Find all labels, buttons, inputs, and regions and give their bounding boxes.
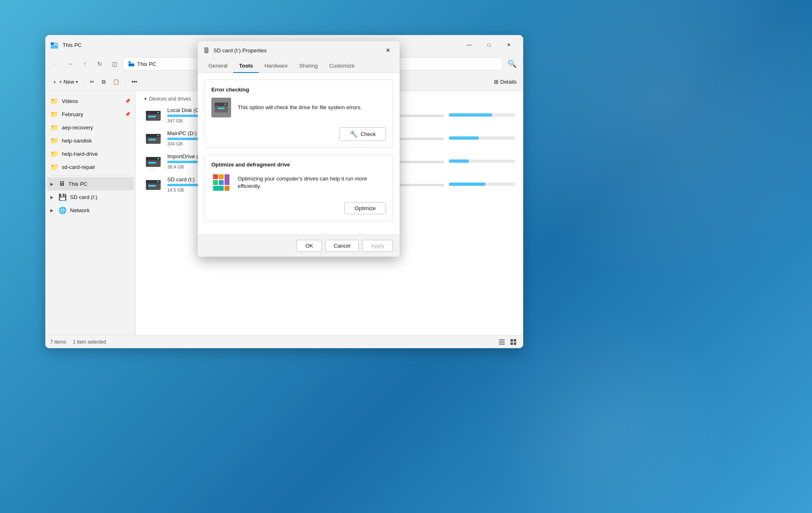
paste-button[interactable]: 📋 <box>110 75 123 89</box>
drive-icon-main-d <box>144 129 162 147</box>
sidebar-item-network[interactable]: ▶ 🌐 Network <box>47 204 134 217</box>
sidebar-item-videos[interactable]: 📁 Videos 📌 <box>47 94 134 108</box>
maximize-button[interactable]: □ <box>480 38 498 52</box>
sidebar-item-label-sd: SD card (I:) <box>70 194 97 200</box>
new-button[interactable]: ＋ + New ▾ <box>49 75 81 89</box>
repair-folder-icon: 📁 <box>50 163 59 171</box>
sidebar-item-help-sandisk[interactable]: 📁 help-sandisk <box>47 134 134 147</box>
tab-customize[interactable]: Customize <box>323 59 360 73</box>
search-icon[interactable]: 🔍 <box>504 58 520 70</box>
refresh-button[interactable]: ↻ <box>93 57 106 70</box>
sidebar-item-february[interactable]: 📁 February 📌 <box>47 108 134 121</box>
svg-rect-45 <box>213 186 224 191</box>
videos-folder-icon: 📁 <box>50 97 59 105</box>
svg-rect-26 <box>499 342 505 342</box>
copy-button[interactable]: ⧉ <box>98 75 109 89</box>
sidebar: 📁 Videos 📌 📁 February 📌 📁 aep-recovery 📁… <box>45 91 136 335</box>
up-button[interactable]: ↑ <box>78 57 91 70</box>
harddrive-folder-icon: 📁 <box>50 150 59 158</box>
drive-usage-fill-local-c <box>449 113 492 117</box>
optimize-section: Optimize and defragment drive Optimizing <box>204 155 393 221</box>
cut-icon: ✂ <box>90 79 94 85</box>
svg-rect-30 <box>510 342 513 345</box>
tab-hardware[interactable]: Hardware <box>259 59 293 73</box>
ok-button[interactable]: OK <box>297 240 322 252</box>
february-folder-icon: 📁 <box>50 110 59 118</box>
aep-folder-icon: 📁 <box>50 124 59 131</box>
sidebar-item-this-pc[interactable]: ▶ 🖥 This PC <box>47 177 134 190</box>
drive-icon-import-e <box>144 152 162 170</box>
optimize-button[interactable]: Optimize <box>344 202 386 214</box>
svg-rect-33 <box>205 49 208 49</box>
new-chevron-icon: ▾ <box>76 80 78 84</box>
tab-tools[interactable]: Tools <box>233 59 259 73</box>
minimize-button[interactable]: — <box>460 38 479 52</box>
dialog-tabs: General Tools Hardware Sharing Customize <box>198 59 400 73</box>
new-icon: ＋ <box>52 78 57 86</box>
drive-right-main-d <box>449 136 515 140</box>
svg-rect-34 <box>205 50 208 51</box>
drive-usage-fill-sd-i <box>449 183 485 186</box>
drive-usage-fill-import-e <box>449 159 469 163</box>
cancel-button[interactable]: Cancel <box>325 240 359 252</box>
pin-icon-videos: 📌 <box>125 98 131 104</box>
svg-rect-14 <box>147 137 148 144</box>
expand-icon-sd: ▶ <box>50 195 55 199</box>
svg-rect-4 <box>129 63 134 66</box>
copy-icon: ⧉ <box>102 79 105 85</box>
check-label: Check <box>360 131 376 137</box>
drive-usage-bar-main-d <box>449 136 515 140</box>
error-check-icon <box>211 98 231 117</box>
sidebar-divider-1 <box>50 175 131 176</box>
grid-view-button[interactable] <box>508 337 518 347</box>
drive-right-import-e <box>449 159 515 163</box>
paste-icon: 📋 <box>113 79 119 85</box>
back-button[interactable]: ← <box>49 57 62 70</box>
drive-usage-bar-import-e <box>449 159 515 163</box>
close-button[interactable]: ✕ <box>499 38 518 52</box>
sidebar-item-sd-card-repair[interactable]: 📁 sd-card-repair <box>47 160 134 173</box>
optimize-description: Optimizing your computer's drives can he… <box>238 175 386 190</box>
sidebar-item-label-aep: aep-recovery <box>62 124 93 131</box>
sidebar-item-sd-card[interactable]: ▶ 💾 SD card (I:) <box>47 190 134 204</box>
details-button[interactable]: ⊞ Details <box>491 75 520 89</box>
sidebar-item-label-harddrive: help-hard-drive <box>62 151 98 157</box>
tab-sharing[interactable]: Sharing <box>293 59 323 73</box>
more-icon: ••• <box>131 79 137 85</box>
drive-icon-local-c <box>144 106 162 124</box>
view-controls <box>497 337 518 347</box>
svg-rect-2 <box>54 42 58 45</box>
svg-rect-41 <box>219 174 224 179</box>
svg-rect-1 <box>51 45 58 49</box>
apply-button[interactable]: Apply <box>362 240 393 252</box>
dialog-content: Error checking This option will check th… <box>198 73 400 234</box>
tab-general[interactable]: General <box>203 59 233 73</box>
address-bar-text: This PC <box>137 61 156 67</box>
check-button[interactable]: 🔧 Check <box>339 127 386 141</box>
explorer-app-icon <box>50 41 59 49</box>
layout-toggle-button[interactable]: ◫ <box>108 57 121 70</box>
status-bar: 7 items 1 item selected <box>45 335 523 348</box>
expand-icon-network: ▶ <box>50 208 55 213</box>
sidebar-item-aep-recovery[interactable]: 📁 aep-recovery <box>47 121 134 134</box>
optimize-title: Optimize and defragment drive <box>211 162 386 168</box>
svg-rect-43 <box>219 180 224 185</box>
list-view-button[interactable] <box>497 337 507 347</box>
forward-button[interactable]: → <box>63 57 77 70</box>
error-check-row: This option will check the drive for fil… <box>211 98 386 117</box>
svg-point-12 <box>157 135 159 136</box>
svg-rect-3 <box>129 61 131 63</box>
more-options-button[interactable]: ••• <box>128 75 140 89</box>
sidebar-item-help-hard-drive[interactable]: 📁 help-hard-drive <box>47 147 134 160</box>
new-label: + New <box>59 79 74 85</box>
svg-rect-23 <box>147 185 156 187</box>
properties-dialog: SD card (I:) Properties ✕ General Tools … <box>198 41 400 257</box>
drive-icon-sd-i <box>144 175 162 193</box>
cut-button[interactable]: ✂ <box>87 75 98 89</box>
error-checking-section: Error checking This option will check th… <box>204 80 393 148</box>
check-icon: 🔧 <box>350 130 358 138</box>
svg-rect-18 <box>147 162 156 164</box>
drive-usage-bar-local-c <box>449 113 515 117</box>
svg-rect-46 <box>225 186 229 191</box>
dialog-close-button[interactable]: ✕ <box>381 44 395 57</box>
